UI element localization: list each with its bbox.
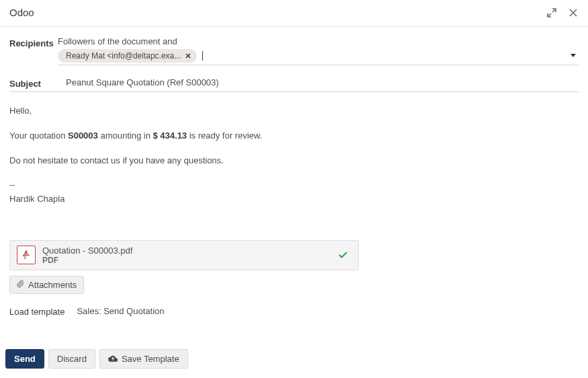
message-line1-suffix: is ready for review. bbox=[187, 130, 262, 141]
attachments-button-label: Attachments bbox=[28, 280, 77, 290]
subject-input[interactable] bbox=[58, 75, 579, 90]
message-line1-prefix: Your quotation bbox=[9, 130, 68, 141]
attachment-check-icon bbox=[339, 250, 347, 260]
recipient-pill[interactable]: Ready Mat <info@deltapc.exa... bbox=[58, 49, 197, 63]
signature-name: Hardik Chapla bbox=[9, 192, 579, 206]
message-main-line: Your quotation S00003 amounting in $ 434… bbox=[9, 129, 579, 143]
template-select[interactable]: Sales: Send Quotation bbox=[77, 306, 164, 317]
close-icon[interactable] bbox=[568, 7, 579, 18]
modal-body: Recipients Followers of the document and… bbox=[0, 27, 588, 341]
recipient-pill-text: Ready Mat <info@deltapc.exa... bbox=[66, 51, 181, 61]
load-template-label: Load template bbox=[9, 307, 65, 317]
attachment-info: Quotation - S00003.pdf PDF bbox=[42, 245, 332, 265]
recipients-content: Followers of the document and Ready Mat … bbox=[58, 36, 579, 65]
pill-remove-icon[interactable] bbox=[185, 52, 192, 59]
subject-row: Subject bbox=[9, 75, 579, 92]
message-line2: Do not hesitate to contact us if you hav… bbox=[9, 154, 579, 168]
recipient-text-input[interactable] bbox=[200, 51, 579, 61]
discard-button[interactable]: Discard bbox=[48, 349, 95, 369]
message-amount: $ 434.13 bbox=[153, 130, 187, 141]
signature-block: -- Hardik Chapla bbox=[9, 178, 579, 206]
recipients-label: Recipients bbox=[9, 36, 58, 48]
followers-text: Followers of the document and bbox=[58, 36, 579, 46]
signature-dashes: -- bbox=[9, 178, 579, 192]
recipients-dropdown-icon[interactable] bbox=[571, 51, 576, 59]
expand-icon[interactable] bbox=[546, 7, 557, 18]
pdf-icon bbox=[17, 245, 36, 264]
discard-button-label: Discard bbox=[57, 354, 87, 364]
save-template-button[interactable]: Save Template bbox=[99, 349, 188, 369]
email-compose-modal: Odoo Recipients Followers bbox=[0, 0, 588, 378]
recipients-row: Recipients Followers of the document and… bbox=[9, 36, 579, 65]
cloud-upload-icon bbox=[108, 354, 118, 364]
message-greeting: Hello, bbox=[9, 104, 579, 118]
subject-label: Subject bbox=[9, 77, 58, 89]
attachments-button[interactable]: Attachments bbox=[9, 276, 84, 294]
load-template-row: Load template Sales: Send Quotation bbox=[9, 306, 579, 317]
attachment-card[interactable]: Quotation - S00003.pdf PDF bbox=[9, 240, 359, 270]
message-body[interactable]: Hello, Your quotation S00003 amounting i… bbox=[9, 104, 579, 206]
send-button-label: Send bbox=[14, 354, 36, 364]
modal-header: Odoo bbox=[0, 0, 588, 27]
text-cursor bbox=[202, 51, 203, 61]
modal-title: Odoo bbox=[9, 7, 34, 18]
attachment-name: Quotation - S00003.pdf bbox=[42, 245, 332, 256]
modal-footer: Send Discard Save Template bbox=[0, 341, 588, 378]
header-actions bbox=[546, 7, 579, 18]
recipient-input-row[interactable]: Ready Mat <info@deltapc.exa... bbox=[58, 49, 579, 65]
attachment-type: PDF bbox=[42, 256, 332, 265]
send-button[interactable]: Send bbox=[5, 349, 44, 369]
message-quotation-ref: S00003 bbox=[68, 130, 98, 141]
paperclip-icon bbox=[17, 280, 25, 290]
save-template-button-label: Save Template bbox=[122, 354, 179, 364]
message-line1-mid: amounting in bbox=[98, 130, 153, 141]
